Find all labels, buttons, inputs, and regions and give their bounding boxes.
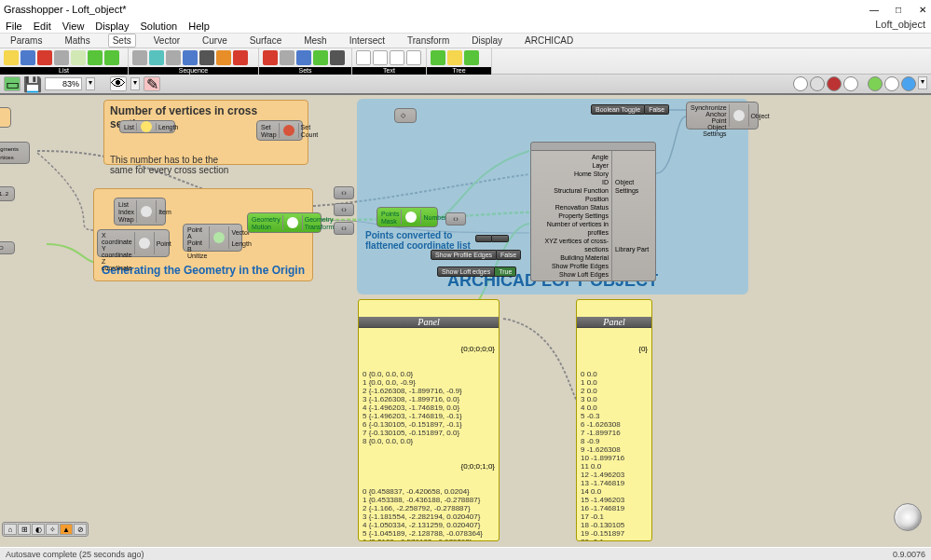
truncated-component[interactable]: 1..2 xyxy=(0,186,15,201)
list-icon[interactable] xyxy=(4,50,19,65)
right-tool-dropdown-icon[interactable]: ▾ xyxy=(918,76,927,89)
menu-file[interactable]: File xyxy=(6,20,22,32)
sets-icon[interactable] xyxy=(330,50,345,65)
bool-value[interactable]: False xyxy=(645,104,669,115)
seq-icon[interactable] xyxy=(132,50,147,65)
widget-icon[interactable]: ▲ xyxy=(60,524,73,535)
show-loft-edges-toggle[interactable]: Show Loft edges True xyxy=(437,266,516,277)
number-slider[interactable] xyxy=(475,235,509,242)
menu-edit[interactable]: Edit xyxy=(34,20,51,32)
right-tool-icon[interactable] xyxy=(884,76,899,91)
right-tool-globe-icon[interactable] xyxy=(901,76,916,91)
text-icon[interactable] xyxy=(406,50,421,65)
text-icon[interactable] xyxy=(356,50,371,65)
component-header[interactable] xyxy=(530,142,656,151)
slider-handle[interactable] xyxy=(475,235,492,242)
truncated-component[interactable]: O xyxy=(0,241,15,254)
right-tool-icon[interactable] xyxy=(868,76,883,91)
relay[interactable]: ‹› xyxy=(334,186,354,199)
create-set-component[interactable]: SetWrap SetCount xyxy=(256,120,303,141)
sets-icon[interactable] xyxy=(296,50,311,65)
right-tool-icon[interactable] xyxy=(827,76,842,91)
maximize-button[interactable]: □ xyxy=(894,5,903,14)
widget-icon[interactable]: ✧ xyxy=(46,524,59,535)
slider-track[interactable] xyxy=(492,235,509,242)
seq-icon[interactable] xyxy=(166,50,181,65)
truncated-component[interactable]: s xyxy=(0,107,11,128)
tree-icon[interactable] xyxy=(464,50,479,65)
archicad-loft-component[interactable]: Angle Layer Home Story ID Structural Fun… xyxy=(530,142,656,261)
tab-curve[interactable]: Curve xyxy=(198,34,232,48)
preview-eye-icon[interactable]: 👁 xyxy=(110,76,127,91)
right-tool-icon[interactable] xyxy=(810,76,825,91)
tab-transform[interactable]: Transform xyxy=(403,34,454,48)
right-tool-icon[interactable] xyxy=(793,76,808,91)
preview-dropdown-icon[interactable]: ▾ xyxy=(130,77,140,90)
sets-icon[interactable] xyxy=(263,50,278,65)
list-icon[interactable] xyxy=(88,50,103,65)
widget-icon[interactable]: ◐ xyxy=(32,524,45,535)
widget-icon[interactable]: ⊘ xyxy=(74,524,87,535)
right-tool-icon[interactable] xyxy=(843,76,858,91)
truncated-component[interactable]: egmentsertices xyxy=(0,142,30,164)
show-profile-edges-toggle[interactable]: Show Profile Edges False xyxy=(431,250,521,260)
text-icon[interactable] xyxy=(390,50,404,65)
menu-display[interactable]: Display xyxy=(95,20,129,32)
vector-2pt-component[interactable]: Point APoint BUnitize VectorLength xyxy=(183,224,242,252)
relay[interactable]: ‹› xyxy=(445,212,466,225)
tab-vector[interactable]: Vector xyxy=(149,34,185,48)
synchronize-component[interactable]: SynchronizeAnchor PointObject Settings O… xyxy=(686,102,759,130)
tab-archicad[interactable]: ARCHICAD xyxy=(520,34,578,48)
cluster-component[interactable]: ◇ xyxy=(394,108,417,123)
menu-help[interactable]: Help xyxy=(188,20,210,32)
tab-sets[interactable]: Sets xyxy=(108,34,136,48)
tab-intersect[interactable]: Intersect xyxy=(345,34,390,48)
widget-icon[interactable]: ⊞ xyxy=(18,524,31,535)
tab-maths[interactable]: Maths xyxy=(60,34,94,48)
zoom-input[interactable] xyxy=(45,77,82,90)
list-icon[interactable] xyxy=(71,50,86,65)
list-icon[interactable] xyxy=(37,50,52,65)
zoom-dropdown-icon[interactable]: ▾ xyxy=(86,77,95,90)
tree-icon[interactable] xyxy=(431,50,445,65)
text-icon[interactable] xyxy=(373,50,388,65)
move-component[interactable]: GeometryMotion GeometryTransform xyxy=(247,212,322,233)
tab-surface[interactable]: Surface xyxy=(245,34,286,48)
point-deconstruct-component[interactable]: PointsMask Numbers xyxy=(377,207,438,227)
minimize-button[interactable]: — xyxy=(869,5,879,14)
seq-icon[interactable] xyxy=(233,50,248,65)
seq-icon[interactable] xyxy=(183,50,198,65)
seq-icon[interactable] xyxy=(149,50,164,65)
boolean-toggle[interactable]: Boolean Toggle False xyxy=(591,104,669,115)
seq-icon[interactable] xyxy=(216,50,231,65)
canvas-compass[interactable] xyxy=(894,503,922,531)
close-button[interactable]: ✕ xyxy=(918,5,927,14)
archicad-icon xyxy=(733,110,745,121)
sets-icon[interactable] xyxy=(313,50,328,65)
data-panel-right[interactable]: Panel {0} 0 0.0 1 0.0 2 0.0 3 0.0 4 0.0 … xyxy=(576,299,652,541)
relay[interactable]: ‹› xyxy=(334,203,354,216)
construct-point-component[interactable]: X coordinateY coordinateZ coordinate Poi… xyxy=(97,229,170,257)
menu-view[interactable]: View xyxy=(62,20,85,32)
tab-params[interactable]: Params xyxy=(6,34,47,48)
seq-icon[interactable] xyxy=(199,50,214,65)
list-icon[interactable] xyxy=(54,50,69,65)
tab-mesh[interactable]: Mesh xyxy=(299,34,331,48)
widget-icon[interactable]: ⌂ xyxy=(4,524,17,535)
list-icon[interactable] xyxy=(21,50,35,65)
menu-solution[interactable]: Solution xyxy=(140,20,177,32)
relay[interactable]: ‹› xyxy=(334,222,354,235)
grasshopper-canvas[interactable]: ARCHICAD LOFT OBJECT Number of vertices … xyxy=(0,95,931,550)
list-icon[interactable] xyxy=(104,50,119,65)
open-file-icon[interactable]: ▭ xyxy=(4,76,21,91)
data-panel-left[interactable]: Panel {0;0;0;0;0} 0 {0.0, 0.0, 0.0} 1 {0… xyxy=(358,299,500,541)
save-file-icon[interactable]: 💾 xyxy=(24,76,41,91)
sets-icon[interactable] xyxy=(280,50,294,65)
value[interactable]: True xyxy=(495,266,516,277)
tree-icon[interactable] xyxy=(447,50,462,65)
sketch-icon[interactable]: ✎ xyxy=(144,76,160,91)
list-item-component[interactable]: ListIndexWrap Item xyxy=(114,198,166,225)
list-length-component[interactable]: List Length xyxy=(119,120,175,133)
value[interactable]: False xyxy=(497,250,521,260)
tab-display[interactable]: Display xyxy=(467,34,507,48)
